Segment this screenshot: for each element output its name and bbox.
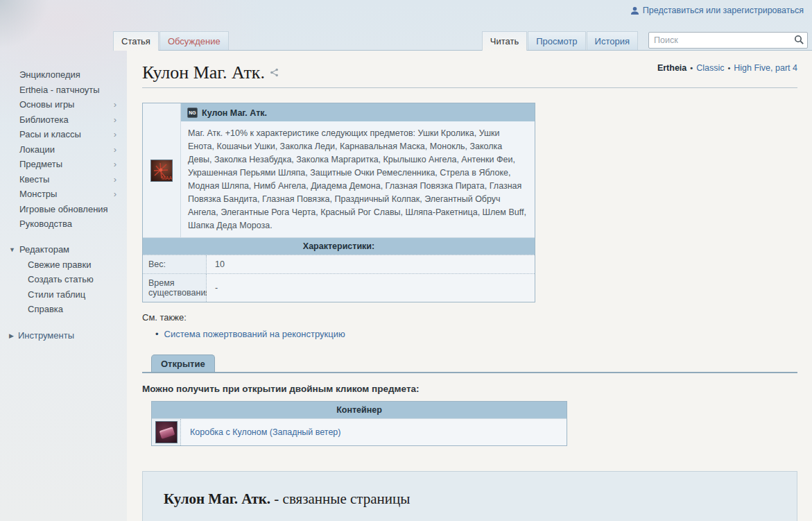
container-table: Контейнер Коробка с Кулоном (Западный ве… <box>151 401 567 446</box>
sidebar-item-races-classes[interactable]: Расы и классы› <box>19 127 116 142</box>
user-icon <box>630 6 639 15</box>
item-infobox: МАА NG Кулон Маг. Атк. Маг. Атк. +10% к … <box>142 103 535 302</box>
lifetime-value: - <box>207 274 535 302</box>
page-header: Кулон Маг. Атк. ErtheiaClassicHigh Five,… <box>142 61 797 88</box>
weight-value: 10 <box>207 255 535 273</box>
see-also-label: См. также: <box>142 312 797 323</box>
container-icon-cell <box>152 419 181 445</box>
tab-discussion[interactable]: Обсуждение <box>159 31 229 50</box>
chronicle-ertheia: Ertheia <box>657 63 696 73</box>
item-description: Маг. Атк. +10% к характеристике следующи… <box>181 121 535 237</box>
login-link[interactable]: Представиться или зарегистрироваться <box>643 6 804 15</box>
sidebar-item-recent-changes[interactable]: Свежие правки <box>28 257 127 273</box>
table-row: Вес: 10 <box>143 255 535 273</box>
search-input[interactable] <box>648 32 808 49</box>
share-icon[interactable] <box>270 61 279 81</box>
sidebar-item-table-styles[interactable]: Стили таблиц <box>28 287 127 302</box>
container-table-header: Контейнер <box>152 402 567 418</box>
grade-ng-badge: NG <box>187 108 198 118</box>
sidebar-item-monsters[interactable]: Монстры› <box>19 187 116 202</box>
sidebar-item-guides[interactable]: Руководства <box>19 216 116 232</box>
sidebar-item-help[interactable]: Справка <box>28 302 127 317</box>
sidebar-section-editors: ▼ Редакторам Свежие правки Создать стать… <box>0 242 127 317</box>
submenu-arrow-icon: › <box>114 159 116 169</box>
sidebar-section-tools: ▶ Инструменты <box>0 328 127 343</box>
sidebar-item-create-article[interactable]: Создать статью <box>28 272 127 287</box>
sidebar-item-items[interactable]: Предметы› <box>19 157 116 172</box>
characteristics-header: Характеристики: <box>143 237 535 255</box>
see-also-link-donation-system[interactable]: Система пожертвований на реконструкцию <box>164 329 345 339</box>
submenu-arrow-icon: › <box>114 144 116 155</box>
sidebar-item-encyclopedia[interactable]: Энциклопедия <box>19 67 116 83</box>
collapse-arrow-icon: ▼ <box>9 246 15 253</box>
tab-strip: Статья Обсуждение Читать Просмотр Истори… <box>127 31 812 51</box>
submenu-arrow-icon: › <box>114 174 116 185</box>
sidebar: Энциклопедия Ertheia - патчноуты Основы … <box>0 67 127 343</box>
breadcrumb: ErtheiaClassicHigh Five, part 4 <box>657 61 797 73</box>
weight-label: Вес: <box>143 255 207 273</box>
acquisition-intro: Можно получить при открытии двойным клик… <box>142 384 797 394</box>
table-row: Коробка с Кулоном (Западный ветер) <box>152 418 567 445</box>
search-icon[interactable] <box>794 35 804 48</box>
tab-read[interactable]: Читать <box>482 31 527 51</box>
item-icon-cell: МАА <box>143 103 181 237</box>
search-box <box>648 32 808 49</box>
chronicle-high-five[interactable]: High Five, part 4 <box>734 63 797 73</box>
sidebar-item-ertheia-patchnotes[interactable]: Ertheia - патчноуты <box>19 83 116 98</box>
page-title: Кулон Маг. Атк. <box>142 61 279 83</box>
item-name-header: NG Кулон Маг. Атк. <box>181 103 535 121</box>
list-item: Система пожертвований на реконструкцию <box>155 329 797 339</box>
sidebar-item-quests[interactable]: Квесты› <box>19 172 116 187</box>
sidebar-item-library[interactable]: Библиотека› <box>19 112 116 128</box>
navbox-title: Кулон Маг. Атк. - связанные страницы <box>164 490 797 508</box>
personal-bar: Представиться или зарегистрироваться <box>630 6 804 15</box>
sidebar-item-locations[interactable]: Локации› <box>19 142 116 157</box>
tab-history[interactable]: История <box>587 31 638 50</box>
pendant-item-icon: МАА <box>150 160 173 182</box>
submenu-arrow-icon: › <box>114 189 116 199</box>
submenu-arrow-icon: › <box>114 99 116 110</box>
tabs-right: Читать Просмотр История <box>482 31 812 50</box>
submenu-arrow-icon: › <box>114 114 116 125</box>
sidebar-item-game-basics[interactable]: Основы игры› <box>19 97 116 112</box>
tab-opening[interactable]: Открытие <box>151 355 215 372</box>
chronicle-classic[interactable]: Classic <box>696 63 734 73</box>
tab-article[interactable]: Статья <box>113 31 159 51</box>
content-area: Кулон Маг. Атк. ErtheiaClassicHigh Five,… <box>127 51 812 521</box>
sidebar-section-tools-toggle[interactable]: ▶ Инструменты <box>9 328 127 343</box>
tab-view[interactable]: Просмотр <box>528 31 585 50</box>
container-link-pendant-box[interactable]: Коробка с Кулоном (Западный ветер) <box>190 427 340 437</box>
acquisition-tabs: Открытие <box>142 355 797 373</box>
lifetime-label: Время существования: <box>143 274 207 302</box>
table-row: Время существования: - <box>143 273 535 302</box>
submenu-arrow-icon: › <box>114 129 116 139</box>
sidebar-section-editors-toggle[interactable]: ▼ Редакторам <box>9 242 127 257</box>
see-also-section: См. также: Система пожертвований на реко… <box>142 312 797 339</box>
sidebar-item-game-updates[interactable]: Игровые обновления <box>19 202 116 217</box>
svg-text:МАА: МАА <box>162 176 172 180</box>
pendant-box-item-icon <box>155 421 178 443</box>
related-pages-navbox: Кулон Маг. Атк. - связанные страницы Пре… <box>142 471 797 521</box>
expand-arrow-icon: ▶ <box>9 332 14 339</box>
